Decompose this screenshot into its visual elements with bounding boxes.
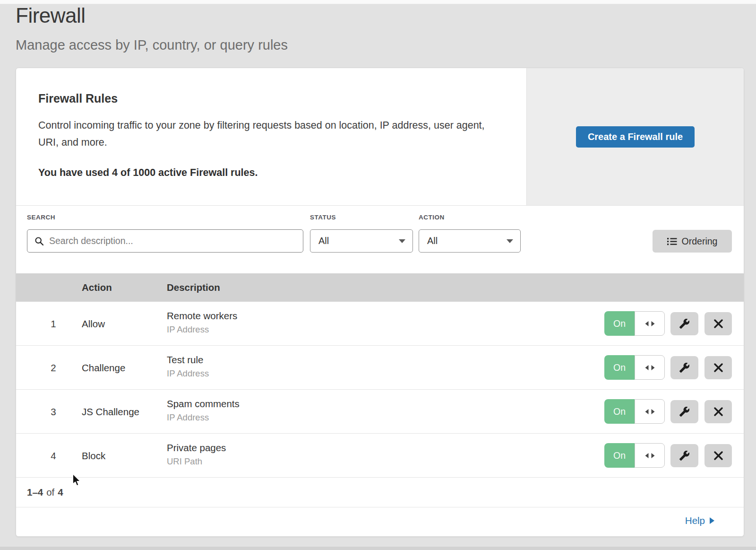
- edit-rule-button[interactable]: [670, 312, 698, 335]
- rule-priority: 4: [44, 434, 63, 478]
- page-subtitle: Manage access by IP, country, or query r…: [16, 37, 288, 53]
- firewall-rules-info-section: Firewall Rules Control incoming traffic …: [16, 68, 744, 206]
- toggle-handle[interactable]: [635, 399, 665, 424]
- column-header-action: Action: [82, 273, 112, 302]
- search-input[interactable]: [49, 230, 303, 252]
- action-select-value: All: [427, 236, 438, 246]
- rule-match-type: IP Address: [167, 324, 237, 335]
- left-right-arrows-icon: [645, 453, 655, 459]
- wrench-icon: [679, 406, 690, 417]
- action-label: ACTION: [419, 214, 445, 221]
- delete-rule-button[interactable]: [704, 444, 732, 467]
- firewall-rules-card: Firewall Rules Control incoming traffic …: [16, 68, 744, 537]
- delete-rule-button[interactable]: [704, 400, 732, 423]
- edit-rule-button[interactable]: [670, 444, 698, 467]
- toggle-handle[interactable]: [635, 311, 665, 336]
- rule-description-block: Private pages URI Path: [167, 442, 226, 467]
- rule-description: Private pages: [167, 442, 226, 454]
- close-icon: [714, 451, 723, 460]
- search-box[interactable]: [27, 229, 303, 253]
- rule-action: JS Challenge: [82, 390, 139, 434]
- chevron-down-icon: [399, 239, 405, 243]
- wrench-icon: [679, 450, 690, 461]
- wrench-icon: [679, 362, 690, 373]
- pagination-total: 4: [58, 487, 63, 498]
- column-header-description: Description: [167, 273, 220, 302]
- rule-match-type: URI Path: [167, 456, 226, 467]
- toggle-on-label: On: [604, 311, 635, 336]
- chevron-down-icon: [507, 239, 513, 243]
- rule-description-block: Remote workers IP Address: [167, 310, 237, 335]
- help-row: Help: [16, 507, 744, 533]
- rule-row-1: 1 Allow Remote workers IP Address On: [16, 302, 744, 346]
- rule-match-type: IP Address: [167, 412, 240, 423]
- toggle-on-label: On: [604, 399, 635, 424]
- close-icon: [714, 363, 723, 372]
- rule-priority: 2: [44, 346, 63, 390]
- pagination-range: 1–4: [27, 487, 43, 498]
- rule-description-block: Spam comments IP Address: [167, 398, 240, 423]
- create-firewall-rule-button[interactable]: Create a Firewall rule: [576, 126, 695, 148]
- rule-enabled-toggle[interactable]: On: [604, 443, 665, 468]
- table-header: Action Description: [16, 273, 744, 302]
- toggle-on-label: On: [604, 443, 635, 468]
- toggle-on-label: On: [604, 355, 635, 380]
- list-icon: [667, 237, 677, 245]
- rule-action: Block: [82, 434, 105, 478]
- delete-rule-button[interactable]: [704, 312, 732, 335]
- left-right-arrows-icon: [645, 365, 655, 371]
- help-link-label: Help: [685, 515, 705, 526]
- wrench-icon: [679, 318, 690, 329]
- rule-priority: 3: [44, 390, 63, 434]
- rules-description: Control incoming traffic to your zone by…: [38, 117, 490, 151]
- rules-usage-note: You have used 4 of 1000 active Firewall …: [38, 167, 498, 179]
- rule-description: Remote workers: [167, 310, 237, 322]
- create-rule-panel: Create a Firewall rule: [526, 68, 744, 205]
- rule-description-block: Test rule IP Address: [167, 354, 209, 379]
- rule-enabled-toggle[interactable]: On: [604, 311, 665, 336]
- toggle-handle[interactable]: [635, 355, 665, 380]
- close-icon: [714, 407, 723, 416]
- filters-bar: SEARCH STATUS All ACTION All: [16, 206, 744, 273]
- rule-enabled-toggle[interactable]: On: [604, 399, 665, 424]
- rule-description: Spam comments: [167, 398, 240, 410]
- arrow-right-icon: [710, 517, 714, 524]
- status-label: STATUS: [310, 214, 336, 221]
- window-top-edge: [0, 0, 756, 4]
- rule-description: Test rule: [167, 354, 209, 366]
- pagination: 1–4 of 4: [16, 478, 744, 507]
- help-link[interactable]: Help: [685, 515, 714, 526]
- rule-action: Allow: [82, 302, 105, 346]
- pagination-of: of: [46, 487, 54, 498]
- left-right-arrows-icon: [645, 321, 655, 327]
- delete-rule-button[interactable]: [704, 356, 732, 379]
- status-select-value: All: [318, 236, 329, 246]
- edit-rule-button[interactable]: [670, 356, 698, 379]
- toggle-handle[interactable]: [635, 443, 665, 468]
- rules-heading: Firewall Rules: [38, 92, 498, 105]
- search-icon: [34, 236, 44, 246]
- rule-priority: 1: [44, 302, 63, 346]
- firewall-rules-info: Firewall Rules Control incoming traffic …: [16, 68, 526, 205]
- rule-match-type: IP Address: [167, 368, 209, 379]
- rule-row-3: 3 JS Challenge Spam comments IP Address …: [16, 390, 744, 434]
- ordering-button-label: Ordering: [682, 236, 718, 247]
- rule-enabled-toggle[interactable]: On: [604, 355, 665, 380]
- left-right-arrows-icon: [645, 409, 655, 415]
- rule-row-4: 4 Block Private pages URI Path On: [16, 434, 744, 478]
- search-label: SEARCH: [27, 214, 55, 221]
- rule-action: Challenge: [82, 346, 125, 390]
- action-select[interactable]: All: [419, 229, 521, 253]
- window-bottom-edge: [0, 547, 756, 550]
- page-title: Firewall: [16, 4, 86, 27]
- rule-row-2: 2 Challenge Test rule IP Address On: [16, 346, 744, 390]
- edit-rule-button[interactable]: [670, 400, 698, 423]
- close-icon: [714, 319, 723, 328]
- ordering-button[interactable]: Ordering: [653, 230, 732, 253]
- status-select[interactable]: All: [310, 229, 413, 253]
